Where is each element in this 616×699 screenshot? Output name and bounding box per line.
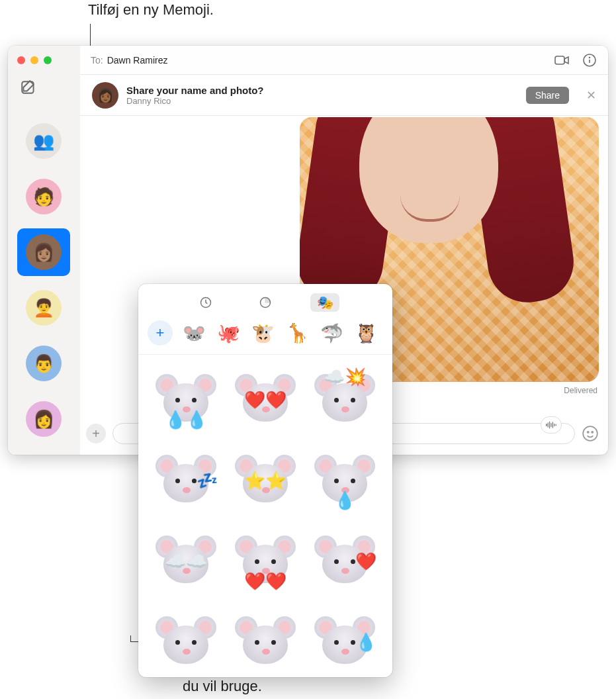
mouse-head-icon bbox=[236, 536, 294, 587]
sidebar: 👥🧑👩🏽🧑‍🦱👨👩 bbox=[8, 46, 80, 455]
facetime-video-button[interactable] bbox=[554, 52, 570, 68]
recipient-name[interactable]: Dawn Ramirez bbox=[107, 55, 168, 66]
mouse-head-icon bbox=[316, 536, 374, 587]
memoji-sticker-mouse-worried[interactable] bbox=[150, 609, 222, 675]
memoji-sticker-mouse-laughing-tears[interactable]: 💧💧 bbox=[150, 367, 222, 433]
avatar: 👩 bbox=[26, 401, 62, 437]
to-label: To: bbox=[91, 55, 103, 66]
compose-button[interactable] bbox=[20, 79, 37, 96]
conversation-item[interactable]: 🧑 bbox=[17, 173, 70, 220]
memoji-character-shark[interactable]: 🦈 bbox=[318, 320, 345, 346]
memoji-sticker-mouse-star-eyes[interactable]: ⭐⭐ bbox=[230, 447, 301, 514]
messages-window: 👥🧑👩🏽🧑‍🦱👨👩 To: Dawn Ramirez 👩🏾 Share your… bbox=[8, 46, 608, 455]
memoji-sticker-mouse-single-heart[interactable]: ❤️ bbox=[309, 528, 380, 594]
conversation-list: 👥🧑👩🏽🧑‍🦱👨👩 bbox=[17, 117, 70, 443]
mouse-head-icon bbox=[157, 374, 215, 426]
memoji-sticker-mouse-sweat[interactable]: 💧 bbox=[309, 609, 380, 675]
picker-category-tabs: 🎭 bbox=[138, 291, 392, 317]
memoji-character-cow[interactable]: 🐮 bbox=[249, 320, 276, 346]
avatar: 👥 bbox=[26, 123, 62, 159]
memoji-sticker-mouse-cloudy[interactable]: ☁️☁️ bbox=[150, 528, 222, 594]
conversation-item[interactable]: 🧑‍🦱 bbox=[17, 284, 70, 332]
apps-button[interactable]: + bbox=[86, 424, 106, 443]
details-info-button[interactable] bbox=[582, 52, 597, 68]
waveform-icon bbox=[546, 420, 556, 430]
mouse-head-icon bbox=[157, 616, 215, 668]
banner-title: Share your name and photo? bbox=[126, 85, 264, 96]
svg-rect-1 bbox=[555, 56, 564, 64]
memoji-character-row: +🐭🐙🐮🦒🦈🦉 bbox=[138, 317, 392, 355]
avatar: 🧑‍🦱 bbox=[26, 290, 62, 326]
svg-point-6 bbox=[588, 432, 589, 433]
clock-icon bbox=[199, 296, 212, 309]
memoji-picker-popover: 🎭 +🐭🐙🐮🦒🦈🦉 💧💧❤️❤️☁️💥💤⭐⭐💧☁️☁️❤️❤️❤️💧 bbox=[138, 284, 392, 677]
mouse-head-icon bbox=[236, 455, 294, 506]
callout-add-memoji: Tilføj en ny Memoji. bbox=[88, 1, 214, 19]
memoji-character-octopus[interactable]: 🐙 bbox=[215, 320, 242, 346]
audio-message-button[interactable] bbox=[541, 416, 562, 434]
picker-tab-memoji[interactable]: 🎭 bbox=[310, 293, 339, 312]
conversation-item[interactable]: 👩🏽 bbox=[17, 228, 70, 276]
close-window-button[interactable] bbox=[17, 56, 25, 64]
mouse-head-icon bbox=[236, 374, 294, 426]
svg-point-7 bbox=[592, 432, 593, 433]
mouse-head-icon bbox=[157, 455, 215, 506]
banner-subtitle: Danny Rico bbox=[126, 96, 264, 106]
memoji-icon: 🎭 bbox=[317, 295, 333, 310]
minimize-window-button[interactable] bbox=[30, 56, 38, 64]
conversation-item[interactable]: 👩 bbox=[17, 395, 70, 443]
memoji-sticker-mouse-sleeping[interactable]: 💤 bbox=[150, 447, 222, 514]
svg-point-4 bbox=[590, 57, 590, 58]
conversation-header: To: Dawn Ramirez bbox=[80, 46, 608, 75]
memoji-sticker-mouse-mind-blown[interactable]: ☁️💥 bbox=[309, 367, 380, 433]
svg-point-5 bbox=[583, 426, 597, 441]
picker-tab-stickers[interactable] bbox=[251, 293, 280, 312]
emoji-picker-button[interactable] bbox=[582, 425, 599, 442]
memoji-sticker-grid: 💧💧❤️❤️☁️💥💤⭐⭐💧☁️☁️❤️❤️❤️💧 bbox=[138, 355, 392, 678]
memoji-sticker-mouse-angry[interactable] bbox=[230, 609, 301, 675]
banner-avatar: 👩🏾 bbox=[92, 82, 118, 109]
delivery-status: Delivered bbox=[564, 386, 597, 395]
avatar: 👩🏽 bbox=[26, 234, 62, 270]
mouse-head-icon bbox=[236, 616, 294, 668]
plus-icon: + bbox=[92, 426, 100, 442]
mouse-head-icon bbox=[316, 455, 374, 506]
mouse-head-icon bbox=[157, 536, 215, 587]
memoji-sticker-mouse-kiss-hearts[interactable]: ❤️❤️ bbox=[230, 528, 301, 594]
share-name-photo-banner: 👩🏾 Share your name and photo? Danny Rico… bbox=[80, 75, 608, 116]
dismiss-banner-button[interactable]: ✕ bbox=[586, 88, 596, 103]
memoji-character-mouse[interactable]: 🐭 bbox=[181, 320, 207, 346]
avatar: 👨 bbox=[26, 346, 62, 381]
mouse-head-icon bbox=[316, 616, 374, 668]
memoji-character-owl[interactable]: 🦉 bbox=[353, 320, 379, 346]
add-memoji-button[interactable]: + bbox=[148, 320, 173, 346]
callout-text-line: du vil bruge. bbox=[183, 677, 338, 696]
fullscreen-window-button[interactable] bbox=[44, 56, 52, 64]
conversation-item[interactable]: 👥 bbox=[17, 117, 70, 165]
sticker-icon bbox=[259, 296, 272, 309]
memoji-character-giraffe[interactable]: 🦒 bbox=[284, 320, 310, 346]
window-controls bbox=[17, 56, 52, 64]
picker-tab-recent[interactable] bbox=[191, 293, 220, 312]
share-button[interactable]: Share bbox=[526, 87, 569, 104]
conversation-item[interactable]: 👨 bbox=[17, 340, 70, 387]
memoji-sticker-mouse-heart-eyes[interactable]: ❤️❤️ bbox=[230, 367, 301, 433]
mouse-head-icon bbox=[316, 374, 374, 426]
avatar: 🧑 bbox=[26, 179, 62, 214]
plus-icon: + bbox=[156, 324, 165, 342]
memoji-sticker-mouse-crying[interactable]: 💧 bbox=[309, 447, 380, 514]
